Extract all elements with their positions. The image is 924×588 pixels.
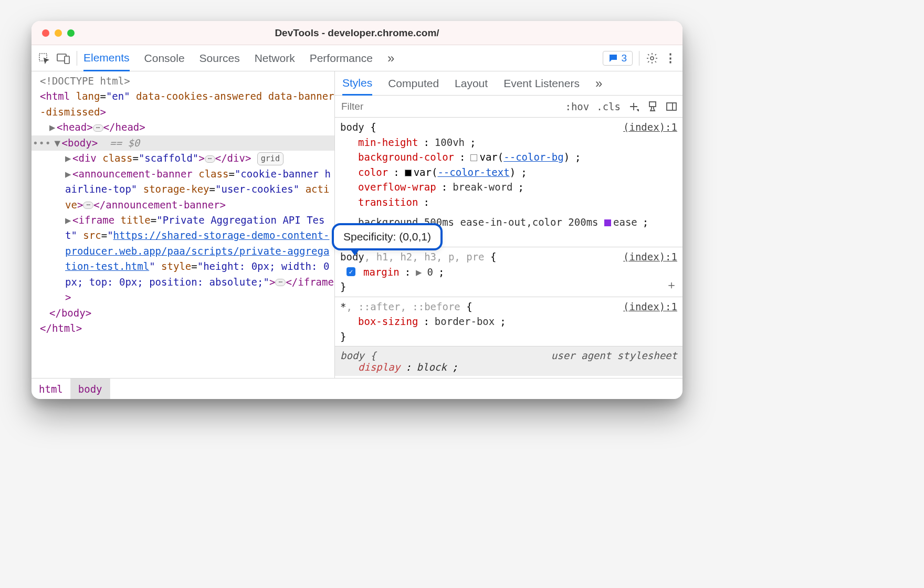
breadcrumb-body[interactable]: body <box>71 379 110 399</box>
minimize-window-button[interactable] <box>55 29 62 37</box>
styles-filter-row: :hov .cls <box>335 96 682 118</box>
elements-panel[interactable]: <!DOCTYPE html> <html lang="en" data-coo… <box>32 71 335 378</box>
ellipsis-icon[interactable] <box>205 155 215 163</box>
gear-icon[interactable] <box>646 52 658 65</box>
body-close: </body> <box>32 306 334 321</box>
tab-performance[interactable]: Performance <box>310 45 373 71</box>
inspect-icon[interactable] <box>38 52 50 65</box>
kebab-menu-icon[interactable]: ⋮ <box>665 51 676 65</box>
svg-rect-5 <box>667 103 676 110</box>
add-property-icon[interactable]: ＋ <box>666 276 677 293</box>
new-rule-icon[interactable] <box>628 101 639 112</box>
tabs-overflow-icon[interactable]: » <box>387 45 394 71</box>
message-icon <box>608 54 618 63</box>
iframe-tag[interactable]: ▶<iframe title="Private Aggregation API … <box>32 213 334 306</box>
issues-badge[interactable]: 3 <box>603 51 633 66</box>
main-toolbar: Elements Console Sources Network Perform… <box>32 45 682 71</box>
property-checkbox[interactable]: ✓ <box>346 267 355 276</box>
html-tag[interactable]: <html lang="en" data-cookies-answered da… <box>32 89 334 120</box>
styles-tab-styles[interactable]: Styles <box>342 72 372 96</box>
svg-rect-2 <box>65 56 69 64</box>
divider <box>77 51 77 66</box>
body-tag-selected[interactable]: ••• ▼<body> == $0 <box>32 135 334 151</box>
tab-sources[interactable]: Sources <box>200 45 240 71</box>
breadcrumb: html body <box>32 378 682 399</box>
css-rule-margin[interactable]: body, h1, h2, h3, p, pre { (index):1 ✓ m… <box>335 247 682 297</box>
source-link[interactable]: (index):1 <box>623 299 677 314</box>
svg-point-3 <box>650 57 654 60</box>
panel-tabs: Elements Console Sources Network Perform… <box>83 45 394 71</box>
div-scaffold[interactable]: ▶<div class="scaffold"></div> grid <box>32 151 334 166</box>
color-swatch-icon[interactable] <box>470 154 477 161</box>
announcement-banner-tag[interactable]: ▶<announcement-banner class="cookie-bann… <box>32 166 334 213</box>
source-link[interactable]: (index):1 <box>623 249 677 265</box>
styles-tabs-overflow-icon[interactable]: » <box>595 71 602 95</box>
ellipsis-icon[interactable] <box>83 202 93 209</box>
ellipsis-icon[interactable] <box>275 279 286 286</box>
head-tag[interactable]: ▶<head></head> <box>32 120 334 135</box>
css-var-link[interactable]: --color-bg <box>503 151 563 163</box>
tab-console[interactable]: Console <box>144 45 185 71</box>
tab-network[interactable]: Network <box>255 45 295 71</box>
divider <box>639 51 639 66</box>
ellipsis-icon[interactable] <box>93 124 103 132</box>
styles-tab-computed[interactable]: Computed <box>388 71 439 95</box>
color-swatch-icon[interactable] <box>405 170 412 176</box>
source-link[interactable]: (index):1 <box>623 120 677 135</box>
devtools-window: DevTools - developer.chrome.com/ Element… <box>32 21 682 399</box>
maximize-window-button[interactable] <box>67 29 75 37</box>
specificity-tooltip: Specificity: (0,0,1) <box>332 223 443 250</box>
ua-stylesheet-rule: body { user agent stylesheet display: bl… <box>335 346 682 376</box>
doctype: <!DOCTYPE html> <box>32 74 334 89</box>
css-var-link[interactable]: --color-text <box>437 166 509 178</box>
close-window-button[interactable] <box>42 29 49 37</box>
ua-label: user agent stylesheet <box>551 350 677 361</box>
styles-filter-input[interactable] <box>335 101 565 112</box>
issues-count: 3 <box>621 52 627 64</box>
hov-toggle[interactable]: :hov <box>565 101 589 112</box>
panel-toggle-icon[interactable] <box>666 101 677 112</box>
titlebar: DevTools - developer.chrome.com/ <box>32 21 682 45</box>
traffic-lights <box>32 29 75 37</box>
tab-elements[interactable]: Elements <box>83 46 130 71</box>
styles-tab-event-listeners[interactable]: Event Listeners <box>503 71 580 95</box>
window-title: DevTools - developer.chrome.com/ <box>32 27 682 39</box>
filter-actions: :hov .cls <box>565 101 682 112</box>
brush-icon[interactable] <box>647 101 658 112</box>
svg-rect-4 <box>649 102 656 107</box>
bezier-icon[interactable] <box>604 219 611 226</box>
device-toggle-icon[interactable] <box>57 52 70 64</box>
styles-tab-layout[interactable]: Layout <box>455 71 488 95</box>
cls-toggle[interactable]: .cls <box>596 101 621 112</box>
breadcrumb-html[interactable]: html <box>32 379 71 399</box>
css-rule-box-sizing[interactable]: *, ::after, ::before { (index):1 box-siz… <box>335 297 682 347</box>
grid-badge[interactable]: grid <box>257 152 284 165</box>
html-close: </html> <box>32 321 334 336</box>
styles-tabs: Styles Computed Layout Event Listeners » <box>335 71 682 96</box>
